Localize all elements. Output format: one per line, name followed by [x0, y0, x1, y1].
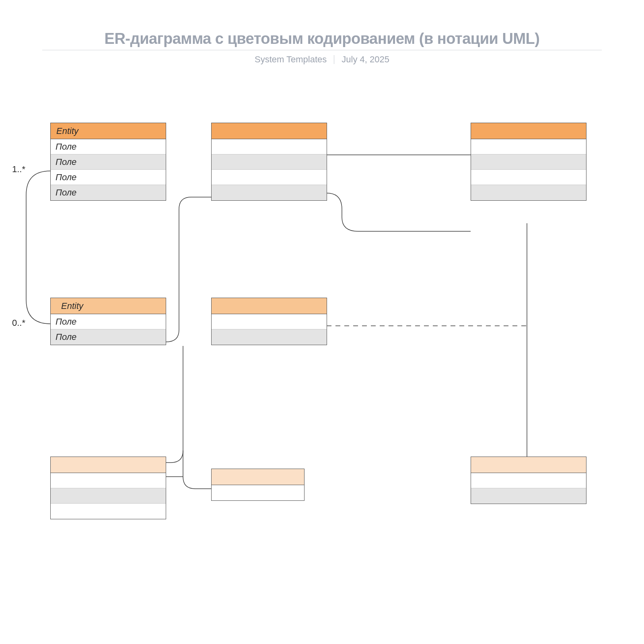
- entity-e5-title: [212, 298, 327, 314]
- entity-e2-field-1: Поле: [51, 329, 166, 345]
- entity-e3[interactable]: [211, 123, 327, 201]
- entity-e1[interactable]: Entity Поле Поле Поле Поле: [50, 123, 166, 201]
- entity-e6-field-1: [51, 488, 166, 504]
- entity-e4-field-2: [471, 170, 586, 185]
- entity-e8[interactable]: [471, 457, 586, 504]
- entity-e1-field-2: Поле: [51, 170, 166, 185]
- entity-e6-field-2: [51, 504, 166, 519]
- connector-hub-e7: [183, 346, 211, 489]
- entity-e3-title: [212, 123, 327, 139]
- multiplicity-top: 1..*: [12, 164, 25, 175]
- entity-e8-title: [471, 457, 586, 473]
- entity-e3-field-0: [212, 139, 327, 154]
- entity-e6-field-0: [51, 473, 166, 488]
- entity-e2[interactable]: Entity Поле Поле: [50, 298, 166, 345]
- entity-e3-field-2: [212, 170, 327, 185]
- entity-e1-field-1: Поле: [51, 154, 166, 170]
- entity-e1-field-3: Поле: [51, 185, 166, 200]
- connector-e6-hub2: [166, 451, 183, 463]
- connector-e1-e2: [26, 171, 50, 324]
- connector-e3-e4b: [327, 193, 471, 231]
- entity-e5-field-0: [212, 314, 327, 329]
- connector-e2-e3: [166, 197, 211, 342]
- entity-e7-title: [212, 469, 304, 485]
- entity-e4-field-3: [471, 185, 586, 200]
- entity-e8-field-1: [471, 488, 586, 504]
- subtitle-divider: [334, 55, 334, 64]
- entity-e1-field-0: Поле: [51, 139, 166, 154]
- entity-e1-title: Entity: [51, 123, 166, 139]
- entity-e7[interactable]: [211, 469, 305, 501]
- entity-e4-field-1: [471, 154, 586, 170]
- entity-e5-field-1: [212, 329, 327, 345]
- diagram-canvas: ER-диаграмма с цветовым кодированием (в …: [0, 0, 644, 644]
- subtitle-row: System Templates July 4, 2025: [0, 54, 644, 65]
- entity-e3-field-1: [212, 154, 327, 170]
- entity-e4-field-0: [471, 139, 586, 154]
- title-divider: [42, 50, 602, 50]
- entity-e6-title: [51, 457, 166, 473]
- entity-e4[interactable]: [471, 123, 586, 201]
- entity-e3-field-3: [212, 185, 327, 200]
- entity-e5[interactable]: [211, 298, 327, 345]
- entity-e7-field-0: [212, 485, 304, 500]
- multiplicity-bottom: 0..*: [12, 318, 25, 328]
- subtitle-right: July 4, 2025: [342, 54, 389, 65]
- entity-e6[interactable]: [50, 457, 166, 519]
- entity-e2-title: Entity: [51, 298, 166, 314]
- page-title: ER-диаграмма с цветовым кодированием (в …: [0, 30, 644, 47]
- entity-e4-title: [471, 123, 586, 139]
- entity-e2-field-0: Поле: [51, 314, 166, 329]
- entity-e8-field-0: [471, 473, 586, 488]
- subtitle-left: System Templates: [255, 54, 327, 65]
